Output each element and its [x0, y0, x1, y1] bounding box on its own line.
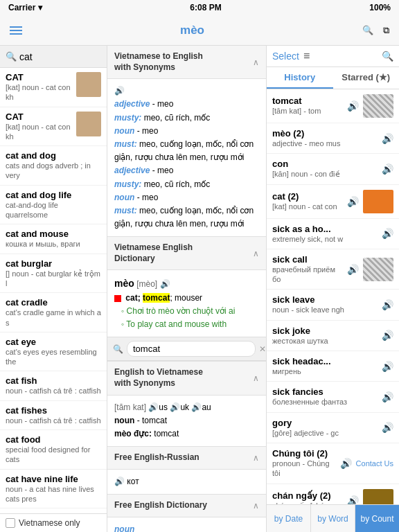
dict-section-en-ru: Free English-Russian ∧ 🔊 кот	[107, 447, 266, 495]
list-item[interactable]: cat ice тонкий лёдок	[0, 508, 107, 513]
list-item[interactable]: cat eye cat's eyes eyes resembling the	[0, 332, 107, 372]
search-row-icon: 🔍	[113, 344, 123, 354]
tab-starred[interactable]: Starred (★)	[333, 67, 400, 89]
list-item[interactable]: cat fishes noun - catfish cá trê : catfi…	[0, 401, 107, 430]
right-tabs: History Starred (★)	[267, 67, 399, 89]
dict-section-vn-en-dict: Vietnamese EnglishDictionary ∧ mèo [mèo]…	[107, 237, 266, 362]
thumbnail	[76, 112, 101, 136]
thumbnail	[363, 94, 393, 118]
dict-header-5[interactable]: Free English Dictionary ∧	[107, 495, 266, 517]
sound-icon[interactable]: 🔊	[347, 196, 359, 207]
list-item[interactable]: cat fish noun - catfish cá trê : catfish	[0, 371, 107, 400]
list-item[interactable]: gory [gôre] adjective - gc 🔊	[267, 413, 399, 443]
battery: 100%	[369, 3, 391, 12]
sound-icon[interactable]: 🔊	[382, 228, 393, 239]
sound-icon[interactable]: 🔊	[114, 86, 125, 96]
chevron-up-icon: ∧	[253, 57, 259, 67]
sound-icon[interactable]: 🔊	[347, 100, 359, 112]
sound-icon[interactable]: 🔊	[382, 330, 393, 341]
sound-icon[interactable]: 🔊	[382, 391, 393, 402]
list-item[interactable]: sick as a ho... extremely sick, not w 🔊	[267, 219, 399, 249]
menu-icon[interactable]: ≡	[303, 50, 310, 62]
dict-section-en-dict: Free English Dictionary ∧ noun male cat …	[107, 495, 266, 532]
vietnamese-only-toggle[interactable]: Vietnamese only	[0, 513, 107, 532]
list-item[interactable]: chán ngấy (2) chán ngấy [chán ng 🔊	[267, 484, 399, 504]
hamburger-menu[interactable]	[10, 26, 22, 35]
search-box: 🔍 ✕	[0, 46, 107, 68]
thumbnail	[363, 489, 393, 504]
right-column: Select ≡ 🔍 History Starred (★) tomcat [t…	[267, 46, 399, 532]
chevron-up-icon-2: ∧	[253, 249, 259, 258]
list-item[interactable]: cat and dog life cat-and-dog life quarre…	[0, 186, 107, 225]
list-item[interactable]: sick fancies болезненные фантаз 🔊	[267, 382, 399, 412]
definition-marker	[114, 295, 121, 302]
nav-title: mèo	[180, 24, 204, 37]
thumbnail	[363, 258, 393, 281]
dict-section-vn-en-synonyms: Vietnamese to Englishwith Synonyms ∧ 🔊 a…	[107, 46, 266, 237]
list-item[interactable]: cat food special food designed for cats	[0, 430, 107, 470]
list-item[interactable]: sick joke жестокая шутка 🔊	[267, 321, 399, 351]
right-search-icon[interactable]: 🔍	[382, 51, 393, 62]
list-item[interactable]: con [kăn] noun - con điề 🔊	[267, 154, 399, 184]
sound-icon[interactable]: 🔊	[382, 299, 393, 310]
dict-header[interactable]: Vietnamese to Englishwith Synonyms ∧	[107, 46, 266, 79]
list-item[interactable]: cat and mouse кошка и мышь, враги	[0, 224, 107, 254]
sound-icon[interactable]: 🔊	[347, 264, 359, 275]
chevron-up-icon-4: ∧	[253, 453, 259, 463]
sound-icon[interactable]: 🔊	[382, 163, 393, 175]
tab-history[interactable]: History	[267, 67, 333, 89]
mid-search-row: 🔍 ✕ ⧉ ⌄	[107, 337, 266, 361]
sound-icon[interactable]: 🔊	[347, 495, 359, 504]
dict-content-5: noun male cat (Slang) prowl looking for	[107, 517, 266, 532]
sound-icon-uk[interactable]: 🔊	[170, 402, 180, 412]
sound-icon[interactable]: 🔊	[382, 361, 393, 372]
search-icon-left: 🔍	[6, 51, 17, 62]
list-item[interactable]: cat cradle cat's cradle game in which a …	[0, 293, 107, 332]
list-item[interactable]: CAT [kat] noun - cat con kh	[0, 68, 107, 107]
carrier: Carrier ▾	[8, 3, 42, 12]
sound-icon-us[interactable]: 🔊	[148, 402, 159, 412]
contact-us-link[interactable]: Contact Us	[356, 459, 393, 468]
dict-header-2[interactable]: Vietnamese EnglishDictionary ∧	[107, 237, 266, 270]
dict-header-4[interactable]: Free English-Russian ∧	[107, 447, 266, 470]
search-icon[interactable]: 🔍	[362, 25, 373, 36]
sound-icon-2[interactable]: 🔊	[160, 279, 170, 289]
middle-column: Vietnamese to Englishwith Synonyms ∧ 🔊 a…	[107, 46, 267, 532]
dictionary-results: Vietnamese to Englishwith Synonyms ∧ 🔊 a…	[107, 46, 266, 532]
nav-bar: mèo 🔍 ⧉	[0, 15, 399, 46]
list-item[interactable]: sick headac... мигрень 🔊	[267, 351, 399, 382]
dict-header-3[interactable]: English to Vietnamesewith Synonyms ∧	[107, 362, 266, 395]
main-layout: 🔍 ✕ CAT [kat] noun - cat con kh CAT [kat…	[0, 46, 399, 532]
select-button[interactable]: Select	[272, 51, 299, 62]
thumbnail	[363, 190, 393, 213]
dict-content-4: 🔊 кот	[107, 470, 266, 494]
mid-search-input[interactable]	[127, 341, 256, 357]
sound-icon-au[interactable]: 🔊	[191, 402, 202, 412]
history-list: tomcat [tăm kat] - tom 🔊 mèo (2) adjecti…	[267, 89, 399, 504]
sort-by-word[interactable]: by Word	[311, 505, 355, 532]
list-item[interactable]: sick leave noun - sick leave ngh 🔊	[267, 290, 399, 320]
list-item[interactable]: cat (2) [kat] noun - cat con 🔊	[267, 185, 399, 219]
sound-icon[interactable]: 🔊	[340, 458, 352, 469]
list-item[interactable]: cat burglar [] noun - cat burglar kẻ trộ…	[0, 254, 107, 294]
dict-section-en-vn-synonyms: English to Vietnamesewith Synonyms ∧ [tă…	[107, 362, 266, 447]
list-item[interactable]: cat have nine life noun - a cat has nine…	[0, 470, 107, 509]
vietnamese-only-checkbox[interactable]	[6, 518, 15, 528]
list-item[interactable]: CAT [kat] noun - cat con kh	[0, 107, 107, 147]
sort-by-date[interactable]: by Date	[267, 505, 311, 532]
sort-by-count[interactable]: by Count	[355, 505, 399, 532]
chevron-up-icon-5: ∧	[253, 501, 259, 511]
list-item[interactable]: tomcat [tăm kat] - tom 🔊	[267, 89, 399, 123]
list-item[interactable]: cat and dog cats and dogs adverb ; in ve…	[0, 146, 107, 186]
list-item[interactable]: mèo (2) adjective - meo mus 🔊	[267, 123, 399, 154]
left-word-list: CAT [kat] noun - cat con kh CAT [kat] no…	[0, 68, 107, 513]
book-icon[interactable]: ⧉	[383, 25, 389, 36]
sound-icon[interactable]: 🔊	[382, 422, 393, 433]
sound-icon-4[interactable]: 🔊	[114, 477, 125, 486]
dict-content-2: mèo [mèo] 🔊 cat; tomcat; mouser ◦ Chơi t…	[107, 270, 266, 337]
clear-search-icon[interactable]: ✕	[259, 344, 266, 354]
list-item[interactable]: Chúng tôi (2) pronoun - Chúng tôi 🔊 Cont…	[267, 443, 399, 484]
list-item[interactable]: sick call врачебный приём бо 🔊	[267, 249, 399, 290]
sound-icon[interactable]: 🔊	[382, 133, 393, 144]
thumbnail	[76, 72, 101, 97]
